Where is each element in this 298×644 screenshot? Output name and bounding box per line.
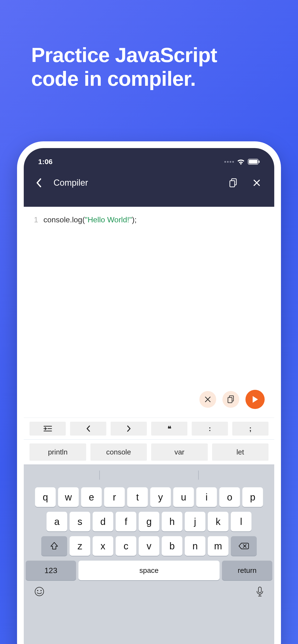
code-editor[interactable]: 1 console.log("Hello World!"); — [24, 207, 274, 418]
key-a[interactable]: a — [47, 512, 67, 532]
svg-rect-4 — [230, 181, 235, 187]
key-y[interactable]: y — [150, 487, 171, 507]
emoji-icon — [34, 586, 44, 596]
back-button[interactable] — [33, 178, 44, 188]
return-key[interactable]: return — [222, 560, 272, 580]
chevron-right-icon — [127, 425, 131, 432]
svg-point-8 — [37, 590, 38, 591]
candidate-bar — [26, 468, 272, 482]
key-k[interactable]: k — [208, 512, 228, 532]
key-x[interactable]: x — [93, 536, 113, 556]
svg-rect-1 — [249, 160, 257, 164]
shift-icon — [50, 542, 59, 550]
keyboard: q w e r t y u i o p a s d f g h j k l — [24, 464, 274, 644]
key-b[interactable]: b — [162, 536, 182, 556]
nav-bar: Compiler — [24, 166, 274, 195]
space-key[interactable]: space — [78, 560, 220, 580]
status-icons — [224, 158, 260, 165]
mic-button[interactable] — [256, 586, 264, 597]
keyboard-row-2: a s d f g h j k l — [26, 512, 272, 532]
semicolon-button[interactable]: ; — [232, 422, 268, 436]
key-j[interactable]: j — [185, 512, 205, 532]
keyboard-row-4: 123 space return — [26, 560, 272, 580]
key-d[interactable]: d — [93, 512, 113, 532]
copy-code-button[interactable] — [222, 391, 239, 408]
shift-key[interactable] — [41, 536, 67, 556]
page-title: Compiler — [54, 178, 218, 188]
svg-point-9 — [41, 590, 42, 591]
numeric-key[interactable]: 123 — [26, 560, 76, 580]
code-content: console.log("Hello World!"); — [43, 216, 137, 224]
key-g[interactable]: g — [139, 512, 159, 532]
wifi-icon — [237, 158, 245, 165]
promo-headline: Practice JavaScript code in compiler. — [0, 0, 298, 90]
phone-frame: 1:06 Compiler — [17, 141, 281, 644]
key-l[interactable]: l — [231, 512, 251, 532]
copy-icon — [227, 395, 234, 404]
close-button[interactable] — [249, 179, 265, 186]
close-icon — [253, 179, 260, 186]
svg-point-7 — [35, 587, 44, 596]
key-f[interactable]: f — [116, 512, 136, 532]
app-header: 1:06 Compiler — [24, 148, 274, 207]
line-number: 1 — [31, 216, 38, 224]
key-o[interactable]: o — [219, 487, 240, 507]
clear-button[interactable] — [199, 391, 216, 408]
run-button[interactable] — [245, 390, 265, 409]
greater-than-button[interactable] — [111, 422, 147, 436]
cellular-icon — [224, 161, 234, 163]
key-v[interactable]: v — [139, 536, 159, 556]
keyboard-row-3: z x c v b n m — [26, 536, 272, 556]
svg-rect-10 — [258, 587, 261, 593]
key-w[interactable]: w — [58, 487, 79, 507]
action-buttons — [199, 390, 265, 409]
quote-button[interactable]: ❝ — [151, 422, 187, 436]
mic-icon — [256, 586, 264, 597]
key-z[interactable]: z — [70, 536, 90, 556]
chevron-left-icon — [86, 425, 90, 432]
copy-icon — [229, 178, 237, 187]
close-icon — [205, 396, 211, 402]
copy-button[interactable] — [225, 178, 242, 187]
keyboard-bottom — [26, 580, 272, 597]
key-p[interactable]: p — [242, 487, 263, 507]
keyboard-row-1: q w e r t y u i o p — [26, 487, 272, 507]
phone-notch — [103, 148, 195, 162]
code-line: 1 console.log("Hello World!"); — [31, 216, 267, 224]
symbol-toolbar: ❝ : ; — [24, 418, 274, 440]
suggestion-item[interactable]: console — [90, 444, 147, 461]
indent-icon — [43, 425, 52, 432]
key-e[interactable]: e — [81, 487, 102, 507]
less-than-button[interactable] — [70, 422, 106, 436]
play-icon — [252, 396, 258, 403]
backspace-icon — [238, 542, 249, 550]
emoji-button[interactable] — [34, 586, 44, 597]
key-r[interactable]: r — [104, 487, 125, 507]
suggestion-bar: println console var let — [24, 440, 274, 464]
colon-button[interactable]: : — [192, 422, 228, 436]
suggestion-item[interactable]: let — [212, 444, 269, 461]
backspace-key[interactable] — [231, 536, 257, 556]
svg-rect-6 — [228, 398, 232, 403]
key-t[interactable]: t — [127, 487, 148, 507]
key-u[interactable]: u — [173, 487, 194, 507]
key-c[interactable]: c — [116, 536, 136, 556]
key-i[interactable]: i — [196, 487, 217, 507]
phone-screen: 1:06 Compiler — [24, 148, 274, 644]
suggestion-item[interactable]: var — [151, 444, 208, 461]
key-m[interactable]: m — [208, 536, 228, 556]
status-time: 1:06 — [38, 158, 53, 166]
key-s[interactable]: s — [70, 512, 90, 532]
key-h[interactable]: h — [162, 512, 182, 532]
key-q[interactable]: q — [35, 487, 56, 507]
indent-button[interactable] — [30, 422, 66, 436]
svg-rect-2 — [259, 160, 260, 163]
suggestion-item[interactable]: println — [30, 444, 86, 461]
chevron-left-icon — [36, 178, 42, 188]
key-n[interactable]: n — [185, 536, 205, 556]
battery-icon — [248, 159, 260, 164]
